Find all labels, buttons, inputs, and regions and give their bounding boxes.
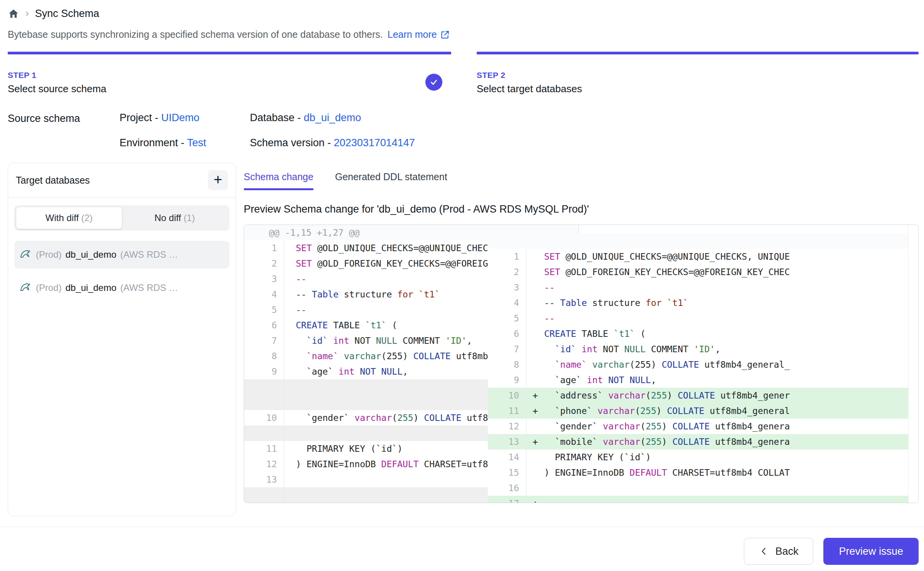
code-segment: CREATE: [544, 329, 576, 339]
code-segment: (: [386, 320, 397, 330]
code-segment: int: [576, 344, 597, 354]
diff-marker: [284, 472, 296, 487]
source-field-link[interactable]: UIDemo: [161, 112, 199, 123]
code-segment: utf8mb4_gener: [715, 390, 790, 400]
code-segment: NOT NULL: [603, 375, 651, 385]
main-content: Target databases + With diff (2) No diff…: [0, 163, 924, 527]
code-segment: COMMENT: [397, 336, 445, 346]
line-number: 11: [244, 441, 284, 456]
plus-icon: +: [214, 172, 222, 187]
source-field-link[interactable]: Test: [187, 137, 206, 149]
diff-row: 7 `id` int NOT NULL COMMENT 'ID',: [488, 341, 913, 357]
diff-marker: [284, 348, 296, 364]
diff-marker: [284, 271, 296, 287]
stepper: STEP 1 Select source schema STEP 2 Selec…: [0, 52, 924, 95]
diff-row: 13+ `mobile` varchar(255) COLLATE utf8mb…: [488, 434, 913, 449]
code-segment: SET: [296, 258, 312, 269]
code-segment: `id`: [544, 344, 576, 354]
line-number: 16: [488, 480, 526, 496]
description-text: Bytebase supports synchronizing a specif…: [8, 29, 383, 40]
code-segment: @OLD_UNIQUE_CHECKS=@@UNIQUE_CHECKS, UNIQ…: [560, 252, 790, 262]
tab-schema-change[interactable]: Schema change: [244, 171, 314, 190]
home-icon[interactable]: [8, 8, 19, 20]
source-field: Environment - Test: [120, 137, 250, 149]
step-2-progress-bar: [477, 52, 919, 54]
code-segment: 255: [640, 406, 656, 416]
diff-row: 8 `name` varchar(255) COLLATE utf8mb4_ge…: [488, 357, 913, 372]
line-number: 7: [488, 341, 526, 357]
code-segment: `age`: [296, 367, 333, 377]
code-segment: int: [328, 336, 349, 346]
code-segment: PRIMARY KEY (`id`): [296, 444, 403, 454]
diff-row: [488, 233, 913, 249]
database-instance: (AWS RDS MySQL Prod): [120, 249, 183, 260]
code-segment: varchar: [587, 360, 630, 370]
tab-with-diff[interactable]: With diff (2): [16, 207, 122, 229]
step-1-progress-bar: [8, 52, 451, 54]
chevron-left-icon: [759, 546, 769, 556]
code-line: [544, 480, 913, 496]
code-segment: COLLATE: [672, 437, 710, 447]
code-segment: `name`: [544, 360, 587, 370]
code-line: PRIMARY KEY (`id`): [544, 449, 913, 465]
code-segment: `id`: [296, 336, 328, 346]
code-segment: NOT: [349, 336, 376, 346]
line-number: 14: [488, 449, 526, 465]
tab-generated-ddl[interactable]: Generated DDL statement: [335, 171, 447, 190]
code-segment: varchar: [339, 351, 381, 361]
diff-marker: [526, 480, 544, 496]
code-line: `age` int NOT NULL,: [544, 372, 913, 388]
code-segment: Table: [560, 298, 587, 308]
target-database-item[interactable]: (Prod)db_ui_demo(AWS RDS MySQL Prod): [14, 241, 229, 269]
code-segment: --: [544, 313, 555, 323]
back-button[interactable]: Back: [744, 538, 813, 565]
code-line: --: [544, 280, 913, 295]
diff-scrollbar[interactable]: [908, 225, 918, 503]
diff-row: 15) ENGINE=InnoDB DEFAULT CHARSET=utf8mb…: [488, 465, 913, 480]
code-segment: COLLATE: [413, 351, 451, 361]
diff-marker: [284, 302, 296, 318]
line-number: 8: [488, 357, 526, 372]
code-segment: (: [635, 406, 640, 416]
tab-no-diff[interactable]: No diff (1): [122, 207, 228, 229]
schema-diff-viewer: @@ -1,15 +1,27 @@1SET @OLD_UNIQUE_CHECKS…: [244, 225, 919, 503]
line-number: 9: [244, 364, 284, 379]
diff-marker: [526, 280, 544, 295]
code-segment: PRIMARY KEY (`id`): [544, 452, 651, 462]
code-segment: @OLD_FOREIGN_KEY_CHECKS=@@FOREIGN_KEY_CH…: [560, 267, 790, 277]
step-2: STEP 2 Select target databases: [477, 52, 919, 95]
database-instance: (AWS RDS MySQL Prod): [120, 282, 183, 293]
add-target-database-button[interactable]: +: [208, 170, 228, 190]
code-segment: NOT: [597, 344, 624, 354]
tab-with-diff-label: With diff: [46, 213, 79, 223]
diff-marker: [526, 419, 544, 434]
code-segment: ): [413, 413, 424, 423]
code-segment: int: [333, 367, 354, 377]
code-segment: (: [640, 421, 646, 431]
code-segment: int: [582, 375, 603, 385]
source-field-link[interactable]: db_ui_demo: [304, 112, 361, 123]
line-number: [244, 487, 284, 503]
diff-marker: +: [526, 434, 544, 449]
code-segment: COLLAT: [758, 468, 790, 478]
breadcrumb-chevron-icon: ›: [25, 8, 29, 18]
source-field: Database - db_ui_demo: [250, 112, 415, 124]
diff-row: 10+ `address` varchar(255) COLLATE utf8m…: [488, 388, 913, 403]
source-field-link[interactable]: 20230317014147: [334, 137, 415, 149]
diff-marker: [526, 357, 544, 372]
target-database-item[interactable]: (Prod)db_ui_demo(AWS RDS MySQL Prod): [14, 274, 229, 302]
learn-more-link[interactable]: Learn more: [388, 29, 437, 40]
preview-issue-button[interactable]: Preview issue: [823, 538, 919, 565]
external-link-icon[interactable]: [440, 30, 450, 40]
code-line: -- Table structure for `t1`: [544, 295, 913, 311]
code-line: `phone` varchar(255) COLLATE utf8mb4_gen…: [544, 403, 913, 419]
diff-row: 5--: [488, 311, 913, 326]
code-segment: 255: [646, 421, 662, 431]
code-segment: --: [296, 305, 307, 315]
diff-marker: +: [526, 388, 544, 403]
source-field-name: Environment -: [120, 137, 187, 149]
diff-row: 6CREATE TABLE `t1` (: [488, 326, 913, 341]
line-number: 5: [244, 302, 284, 318]
code-segment: ) ENGINE=InnoDB: [296, 459, 381, 469]
code-segment: NOT NULL: [354, 367, 403, 377]
